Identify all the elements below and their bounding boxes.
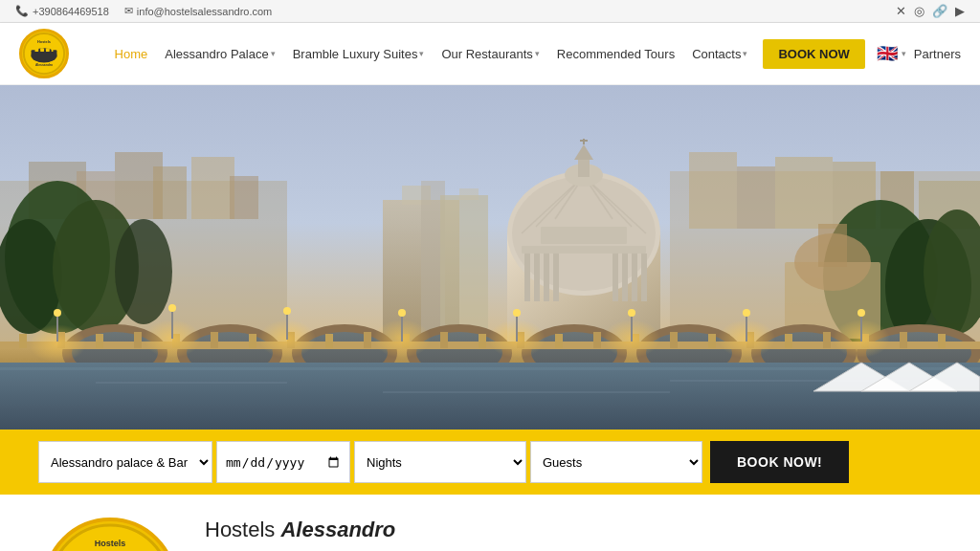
svg-rect-39 [522,246,646,253]
logo: Hostels Alessandro [19,29,69,78]
phone-number: +390864469518 [33,6,109,17]
svg-rect-101 [785,334,792,348]
svg-rect-99 [708,334,716,348]
svg-rect-35 [578,158,590,177]
svg-rect-83 [96,334,103,348]
svg-rect-92 [440,332,448,348]
svg-rect-14 [153,166,187,219]
nav-contacts-link[interactable]: Contacts ▾ [684,41,755,67]
svg-point-120 [54,309,61,317]
svg-rect-62 [818,224,847,267]
book-now-bar-button[interactable]: BOOK NOW! [710,441,849,483]
instagram-icon[interactable]: ◎ [914,4,924,18]
svg-rect-81 [19,334,27,348]
property-select[interactable]: Alessandro palace & Bar Bramble Luxury S… [38,441,212,483]
whatsapp-icon[interactable]: 🔗 [932,4,947,18]
svg-point-134 [858,309,865,317]
content-section: Hostels Alessandro Roma Since 1994 Hoste… [0,495,980,551]
language-flag[interactable]: 🇬🇧 [877,43,898,64]
svg-rect-84 [134,332,142,348]
svg-rect-44 [612,253,618,301]
svg-rect-52 [459,188,479,200]
svg-rect-108 [96,382,287,384]
guests-select[interactable]: Guests 1 Guest 2 Guests 3 Guests 4 Guest… [530,441,702,483]
top-bar: 📞 +390864469518 ✉ info@hostelsalessandro… [0,0,980,23]
email-icon: ✉ [124,5,133,17]
svg-rect-98 [670,332,678,348]
nav-palace-link[interactable]: Alessandro Palace ▾ [157,41,282,67]
social-links: ✕ ◎ 🔗 ▶ [896,4,965,18]
svg-rect-19 [737,166,775,229]
nav-home-link[interactable]: Home [107,41,156,67]
content-title: Hostels Alessandro [205,518,942,542]
svg-point-126 [398,309,406,317]
phone-icon: 📞 [15,5,29,17]
partners-link[interactable]: Partners [914,47,961,61]
nav-book-now-button[interactable]: BOOK NOW [763,39,864,69]
svg-text:Hostels: Hostels [95,539,126,548]
phone-item[interactable]: 📞 +390864469518 [15,5,109,17]
svg-rect-4 [40,48,44,52]
svg-rect-33 [541,227,627,244]
youtube-icon[interactable]: ▶ [955,4,965,18]
content-text-area: Hostels Alessandro Hostels Alessandro gr… [205,518,942,551]
twitter-icon[interactable]: ✕ [896,4,906,18]
svg-rect-102 [823,332,831,348]
svg-rect-106 [0,363,980,430]
svg-rect-109 [383,391,670,393]
nav-restaurants[interactable]: Our Restaurants ▾ [434,41,546,67]
nav-contacts[interactable]: Contacts ▾ [684,41,755,67]
svg-rect-18 [689,152,737,229]
chevron-icon: ▾ [535,49,540,58]
svg-text:Hostels: Hostels [37,40,51,44]
nav-bramble[interactable]: Bramble Luxury Suites ▾ [285,41,433,67]
svg-rect-104 [900,332,907,348]
svg-point-122 [168,304,176,312]
svg-rect-20 [775,157,833,229]
navbar: Hostels Alessandro Home Alessandro Palac… [0,23,980,85]
logo-area: Hostels Alessandro [19,29,69,78]
svg-point-130 [628,309,635,317]
svg-rect-47 [641,253,647,301]
nav-tours-link[interactable]: Recommended Tours [549,41,682,67]
chevron-icon: ▾ [743,49,747,58]
svg-rect-87 [249,334,256,348]
logo-svg: Hostels Alessandro [22,31,66,77]
svg-text:Alessandro: Alessandro [35,63,53,67]
nav-links: Home Alessandro Palace ▾ Bramble Luxury … [107,41,756,67]
checkin-date-input[interactable] [216,441,350,483]
hero-cityscape-svg [0,85,980,430]
svg-rect-5 [46,48,50,52]
nights-select[interactable]: Nights 1 Night 2 Nights 3 Nights 4 Night… [354,441,526,483]
svg-rect-15 [191,157,234,219]
svg-rect-86 [211,332,218,348]
svg-rect-16 [230,176,258,219]
svg-point-124 [283,307,291,315]
svg-rect-43 [553,253,559,301]
email-item[interactable]: ✉ info@hostelsalessandro.com [124,5,272,17]
nav-tours[interactable]: Recommended Tours [549,41,682,67]
email-address: info@hostelsalessandro.com [137,6,272,17]
content-logo-circle: Hostels Alessandro Roma Since 1994 [43,518,177,551]
content-logo-area: Hostels Alessandro Roma Since 1994 [38,518,182,551]
svg-rect-105 [938,334,946,348]
svg-rect-95 [555,334,563,348]
nav-bramble-link[interactable]: Bramble Luxury Suites ▾ [285,41,433,67]
svg-rect-42 [544,253,549,301]
svg-rect-90 [364,332,371,348]
nav-restaurants-link[interactable]: Our Restaurants ▾ [434,41,546,67]
hero-image [0,85,980,430]
svg-point-132 [743,309,750,317]
svg-point-128 [513,309,521,317]
svg-rect-6 [52,48,54,52]
svg-rect-107 [0,367,980,370]
nav-palace[interactable]: Alessandro Palace ▾ [157,41,282,67]
svg-rect-3 [34,48,38,52]
svg-rect-46 [632,253,637,301]
svg-point-56 [115,219,172,324]
svg-rect-45 [622,253,628,301]
svg-rect-40 [524,253,530,301]
svg-rect-89 [325,334,333,348]
booking-bar: Alessandro palace & Bar Bramble Luxury S… [0,430,980,495]
nav-home[interactable]: Home [107,41,156,67]
